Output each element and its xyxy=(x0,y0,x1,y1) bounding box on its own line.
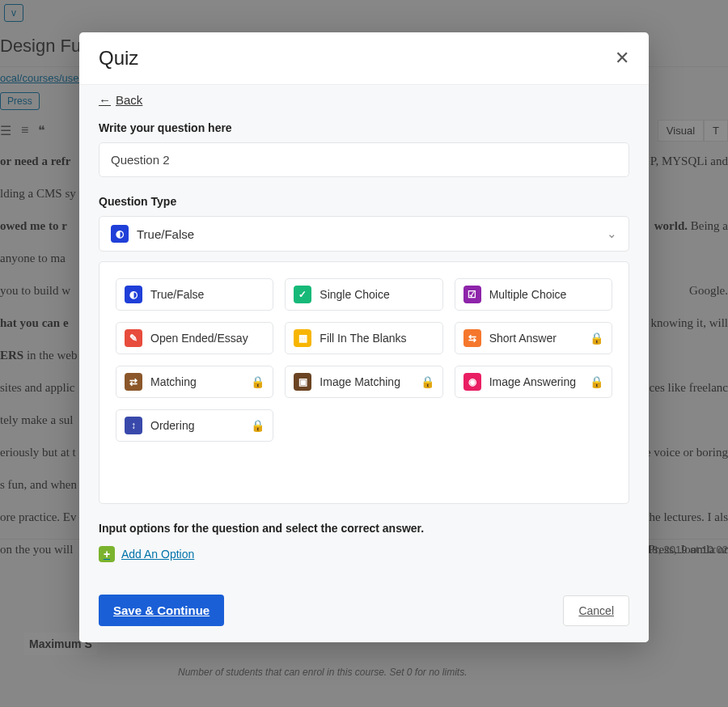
question-label: Write your question here xyxy=(99,121,629,134)
open-ended-essay-icon: ✎ xyxy=(125,329,142,347)
chevron-down-icon: ⌄ xyxy=(607,226,617,241)
type-option-single-choice[interactable]: ✓Single Choice xyxy=(285,278,442,311)
back-button[interactable]: ← Back xyxy=(99,93,142,107)
multiple-choice-icon: ☑ xyxy=(463,286,481,303)
image-answering-icon: ◉ xyxy=(463,373,481,391)
modal-body: ← Back Write your question here Question… xyxy=(79,84,649,562)
question-type-label: Question Type xyxy=(99,195,629,208)
modal-header: Quiz ✕ xyxy=(79,32,649,84)
lock-icon: 🔒 xyxy=(590,375,603,388)
type-option-label: Single Choice xyxy=(320,288,389,301)
back-label: Back xyxy=(116,93,142,107)
close-icon[interactable]: ✕ xyxy=(615,49,629,67)
type-option-label: Fill In The Blanks xyxy=(320,332,406,345)
plus-icon: + xyxy=(99,546,115,562)
question-type-grid: ◐True/False✓Single Choice☑Multiple Choic… xyxy=(99,261,629,504)
type-option-image-matching[interactable]: ▣Image Matching🔒 xyxy=(285,366,442,398)
type-option-label: Multiple Choice xyxy=(489,288,567,301)
lock-icon: 🔒 xyxy=(251,419,265,432)
type-option-short-answer[interactable]: ⇆Short Answer🔒 xyxy=(455,322,612,354)
true-false-icon: ◐ xyxy=(111,225,129,243)
quiz-modal: Quiz ✕ ← Back Write your question here Q… xyxy=(79,32,649,642)
true-false-icon: ◐ xyxy=(125,286,142,303)
type-option-label: Matching xyxy=(150,375,197,388)
type-option-label: Short Answer xyxy=(489,332,557,345)
short-answer-icon: ⇆ xyxy=(463,329,481,347)
type-option-image-answering[interactable]: ◉Image Answering🔒 xyxy=(455,366,612,398)
add-option-button[interactable]: + Add An Option xyxy=(99,546,194,562)
type-option-multiple-choice[interactable]: ☑Multiple Choice xyxy=(455,278,612,311)
fill-in-the-blanks-icon: ▦ xyxy=(294,329,311,347)
arrow-left-icon: ← xyxy=(99,93,111,107)
cancel-button[interactable]: Cancel xyxy=(563,595,629,626)
lock-icon: 🔒 xyxy=(421,375,434,388)
image-matching-icon: ▣ xyxy=(294,373,311,391)
type-option-label: Open Ended/Essay xyxy=(150,332,248,345)
type-option-label: Image Matching xyxy=(320,375,400,388)
matching-icon: ⇄ xyxy=(125,373,142,391)
type-option-label: Ordering xyxy=(150,419,194,432)
question-input[interactable] xyxy=(99,142,629,177)
question-type-select[interactable]: ◐ True/False ⌄ xyxy=(99,216,629,252)
selected-type-label: True/False xyxy=(137,227,194,241)
single-choice-icon: ✓ xyxy=(294,286,311,303)
type-option-label: True/False xyxy=(150,288,204,301)
ordering-icon: ↕ xyxy=(125,417,142,434)
options-instruction: Input options for the question and selec… xyxy=(99,522,629,535)
save-continue-button[interactable]: Save & Continue xyxy=(99,595,224,626)
type-option-open-ended-essay[interactable]: ✎Open Ended/Essay xyxy=(116,322,273,354)
type-option-fill-in-the-blanks[interactable]: ▦Fill In The Blanks xyxy=(285,322,442,354)
modal-title: Quiz xyxy=(99,47,138,70)
lock-icon: 🔒 xyxy=(251,375,265,388)
lock-icon: 🔒 xyxy=(590,332,603,345)
type-option-label: Image Answering xyxy=(489,375,576,388)
type-option-ordering[interactable]: ↕Ordering🔒 xyxy=(116,409,273,442)
add-option-label: Add An Option xyxy=(121,548,194,561)
modal-footer: Save & Continue Cancel xyxy=(79,562,649,642)
type-option-true-false[interactable]: ◐True/False xyxy=(116,278,273,311)
type-option-matching[interactable]: ⇄Matching🔒 xyxy=(116,366,273,398)
